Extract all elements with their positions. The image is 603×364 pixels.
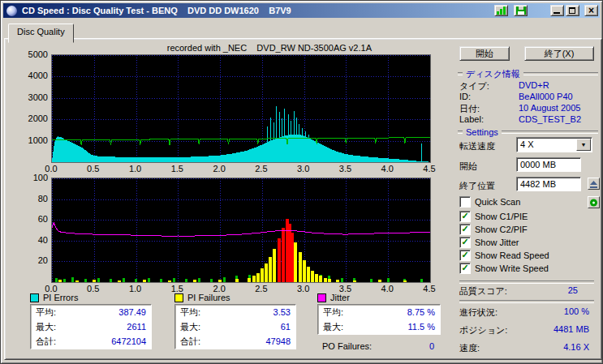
po-failures-value: 0 xyxy=(429,341,434,351)
divider xyxy=(459,280,594,284)
checkbox-box xyxy=(459,196,471,208)
tab-label: Disc Quality xyxy=(17,27,65,36)
speed-value: 4 X xyxy=(520,139,534,149)
disc-info-header: ディスク情報 xyxy=(458,69,598,79)
pi-errors-legend: PI Errors xyxy=(30,293,78,302)
quality-score-row: 品質スコア: 25 xyxy=(459,285,578,295)
stat-row: 合計:47948 xyxy=(175,334,295,349)
speed-select[interactable]: 4 X ▼ xyxy=(516,137,592,152)
disc-info-row-id: ID:BeAll000 P40 xyxy=(459,92,597,101)
disc-icon xyxy=(589,199,598,207)
maximize-icon xyxy=(569,7,575,14)
checkbox-box: ✓ xyxy=(459,263,471,274)
checkbox-quick-scan[interactable]: Quick Scan xyxy=(459,196,520,207)
jitter-stats-box: 平均:8.75 % 最大:11.5 % xyxy=(317,304,441,335)
speed-row: 速度:4.16 X xyxy=(459,342,589,352)
disc-button[interactable] xyxy=(588,196,600,208)
checkbox-show-c2-pif[interactable]: ✓ Show C2/PIF xyxy=(459,224,528,234)
checkbox-show-c1-pie[interactable]: ✓ Show C1/PIE xyxy=(459,211,528,221)
stat-row: 最大:61 xyxy=(175,319,295,334)
checkbox-box: ✓ xyxy=(459,224,471,235)
jitter-title: Jitter xyxy=(330,293,350,302)
checkbox-box: ✓ xyxy=(459,250,471,261)
tab-disc-quality[interactable]: Disc Quality xyxy=(8,24,74,43)
close-icon: × xyxy=(588,6,594,15)
pi-errors-swatch xyxy=(30,293,39,302)
exit-button[interactable]: 終了(X) xyxy=(524,46,594,61)
start-position-input[interactable]: 0000 MB xyxy=(516,157,581,172)
save-tool-button[interactable] xyxy=(514,5,528,16)
settings-header: Settings xyxy=(458,127,598,137)
po-failures-label: PO Failures: xyxy=(322,341,372,351)
checkbox-label: Show C2/PIF xyxy=(475,225,528,234)
pi-failures-jitter-chart: 204060801000.00.51.01.52.02.53.03.54.04.… xyxy=(25,178,433,296)
chart-icon xyxy=(497,6,506,15)
po-failures-row: PO Failures: 0 xyxy=(317,341,439,351)
checkbox-show-read-speed[interactable]: ✓ Show Read Speed xyxy=(459,250,549,260)
checkbox-label: Quick Scan xyxy=(475,197,520,207)
stat-row: 平均:8.75 % xyxy=(318,305,440,319)
disc-info-row-type: タイプ:DVD+R xyxy=(459,80,597,90)
divider xyxy=(459,300,594,303)
chevron-down-icon[interactable]: ▼ xyxy=(576,139,591,151)
position-row: ポジション:4481 MB xyxy=(459,324,589,334)
control-panel: 開始 終了(X) ディスク情報 タイプ:DVD+R ID:BeAll000 P4… xyxy=(455,41,601,358)
jitter-legend: Jitter xyxy=(317,293,350,302)
disc-info-row-label: Label:CDS_TEST_B2 xyxy=(459,114,597,124)
pi-errors-stats-box: 平均:387.49 最大:2611 合計:6472104 xyxy=(30,304,152,349)
pi-failures-title: PI Failures xyxy=(187,293,230,302)
checkbox-label: Show Read Speed xyxy=(475,251,549,260)
pi-failures-swatch xyxy=(174,293,183,302)
checkbox-box: ✓ xyxy=(459,237,471,248)
stat-row: 最大:2611 xyxy=(31,319,151,334)
jitter-swatch xyxy=(317,293,326,302)
checkbox-box: ✓ xyxy=(459,211,471,222)
minimize-button[interactable] xyxy=(550,5,564,16)
stat-row: 最大:11.5 % xyxy=(318,319,440,334)
pi-errors-plot xyxy=(51,54,431,163)
checkbox-label: Show Jitter xyxy=(475,238,519,247)
checkbox-label: Show C1/PIE xyxy=(475,212,528,221)
app-window: CD Speed : Disc Quality Test - BENQ DVD … xyxy=(0,0,603,364)
close-button[interactable]: × xyxy=(584,5,598,16)
pi-errors-chart: 100020003000400050000.00.51.01.52.02.53.… xyxy=(25,54,433,176)
title-bar[interactable]: CD Speed : Disc Quality Test - BENQ DVD … xyxy=(3,3,600,18)
stat-row: 合計:6472104 xyxy=(31,334,151,349)
end-position-input[interactable]: 4482 MB xyxy=(516,177,581,191)
stat-row: 平均:3.53 xyxy=(175,305,295,319)
window-title: CD Speed : Disc Quality Test - BENQ DVD … xyxy=(22,6,493,15)
pi-errors-title: PI Errors xyxy=(43,293,78,302)
start-button[interactable]: 開始 xyxy=(459,46,510,61)
checkbox-show-write-speed[interactable]: ✓ Show Write Speed xyxy=(459,263,549,273)
save-icon xyxy=(516,6,526,15)
app-icon xyxy=(6,6,17,16)
eject-icon xyxy=(589,180,598,188)
disc-info-row-date: 日付:10 August 2005 xyxy=(459,103,597,113)
pi-failures-legend: PI Failures xyxy=(174,293,230,302)
quality-score-label: 品質スコア: xyxy=(459,285,507,295)
pi-failures-jitter-plot xyxy=(51,178,431,283)
checkbox-label: Show Write Speed xyxy=(475,263,549,273)
quality-score-value: 25 xyxy=(568,285,578,295)
progress-row: 進行状況:100 % xyxy=(459,306,589,316)
minimize-icon xyxy=(553,12,560,14)
stat-row: 平均:387.49 xyxy=(31,305,151,319)
pi-failures-stats-box: 平均:3.53 最大:61 合計:47948 xyxy=(174,304,296,349)
eject-button[interactable] xyxy=(588,178,600,190)
maximize-button[interactable] xyxy=(566,5,579,16)
chart-tool-button[interactable] xyxy=(494,5,508,16)
checkbox-show-jitter[interactable]: ✓ Show Jitter xyxy=(459,237,519,247)
recorded-with-label: recorded with _NEC DVD_RW ND-3500AG v2.1… xyxy=(82,43,372,53)
